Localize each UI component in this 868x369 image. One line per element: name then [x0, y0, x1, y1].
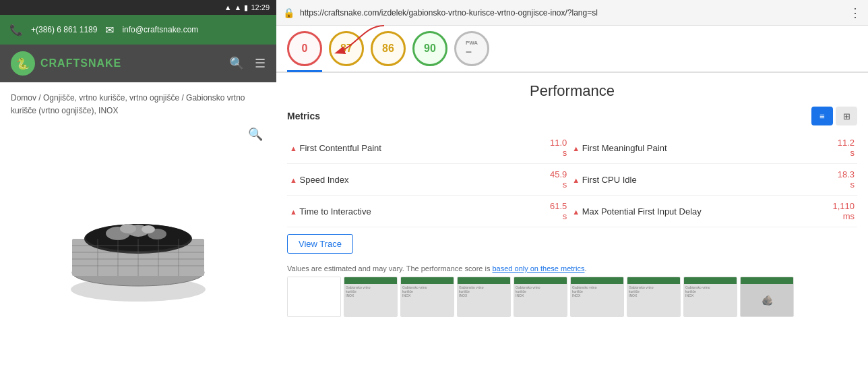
score-pwa-label: PWA –	[466, 40, 478, 58]
warn-icon-fci: ▲	[572, 176, 580, 184]
metric-value-fmp: 11.2 s	[830, 132, 857, 164]
breadcrumb: Domov / Ognjišče, vrtno kurišče, vrtno o…	[0, 82, 276, 121]
content-area: Performance Metrics ≡ ⊞ ▲ First Contentf…	[276, 73, 868, 369]
zoom-icon[interactable]: 🔍	[248, 127, 263, 142]
lock-icon: 🔒	[283, 7, 294, 18]
metrics-label: Metrics	[287, 111, 320, 121]
thumb-content: Gabionsko vrtnokuriščeINOX	[684, 284, 737, 316]
thumb-bar	[684, 277, 737, 284]
metric-name-fcp: First Contentful Paint	[300, 143, 381, 153]
score-accessibility-value: 87	[340, 42, 352, 55]
screenshot-thumb: Gabionsko vrtnokuriščeINOX	[683, 277, 737, 317]
metric-name-fmp: First Meaningful Paint	[582, 143, 667, 153]
thumb-bar	[627, 277, 680, 284]
metric-value-mpfid: 1,110 ms	[830, 196, 857, 227]
browser-bar: 🔒 https://craftsnake.com/izdelek/gabions…	[276, 0, 868, 26]
thumb-content: Gabionsko vrtnokuriščeINOX	[344, 284, 397, 316]
breadcrumb-text: Domov / Ognjišče, vrtno kurišče, vrtno o…	[11, 93, 245, 115]
product-svg	[57, 185, 219, 306]
thumb-content: Gabionsko vrtnokuriščeINOX	[458, 284, 510, 316]
thumb-content	[288, 277, 340, 316]
metric-name-tti: Time to Interactive	[299, 206, 371, 217]
time-display: 12:29	[251, 3, 270, 11]
product-image-area: 🔍	[0, 121, 276, 369]
warn-icon-mpfid: ▲	[572, 208, 580, 216]
table-row: ▲ Speed Index 45.9 s ▲ First CPU Idle 18…	[287, 164, 857, 196]
score-seo-value: 90	[424, 42, 436, 55]
svg-point-9	[120, 224, 136, 233]
logo-part1: CRAFT	[40, 57, 80, 69]
logo-icon: 🐍	[11, 51, 35, 76]
footer-text-before: Values are estimated and may vary. The p…	[287, 264, 492, 273]
warn-icon-si: ▲	[290, 176, 297, 184]
snake-icon: 🐍	[16, 57, 30, 70]
logo-area: 🐍 CRAFTSNAKE	[11, 51, 121, 76]
wifi-icon: ▲	[235, 3, 242, 11]
metric-value-tti: 61.5 s	[547, 196, 569, 227]
table-row: ▲ First Contentful Paint 11.0 s ▲ First …	[287, 132, 857, 164]
toggle-grid-view[interactable]: ⊞	[836, 107, 857, 125]
metrics-table: ▲ First Contentful Paint 11.0 s ▲ First …	[287, 132, 857, 227]
metric-name-fci: First CPU Idle	[582, 175, 637, 185]
nav-bar: 📞 +(386) 6 861 1189 ✉ info@craftsnake.co…	[0, 15, 276, 45]
score-pwa[interactable]: PWA –	[454, 31, 489, 66]
left-panel: ▲ ▲ ▮ 12:29 📞 +(386) 6 861 1189 ✉ info@c…	[0, 0, 276, 369]
screenshot-thumb: Gabionsko vrtnokuriščeINOX	[570, 277, 624, 317]
thumb-bar	[514, 277, 567, 284]
warn-icon-fcp: ▲	[290, 144, 297, 152]
thumb-bar	[458, 277, 510, 284]
logo-part2: SNAKE	[80, 57, 121, 69]
signal-icon: ▲	[224, 3, 232, 11]
toggle-list-view[interactable]: ≡	[811, 107, 833, 125]
warn-icon-tti: ▲	[290, 208, 297, 216]
metric-name-mpfid: Max Potential First Input Delay	[582, 206, 702, 217]
metric-value-fci: 18.3 s	[830, 164, 857, 196]
battery-icon: ▮	[244, 3, 248, 12]
section-title: Performance	[287, 73, 857, 107]
phone-number: +(386) 6 861 1189	[31, 25, 97, 34]
thumb-bar	[401, 277, 454, 284]
thumb-bar	[741, 277, 793, 284]
metrics-header: Metrics ≡ ⊞	[287, 107, 857, 125]
screenshots-strip: Gabionsko vrtnokuriščeINOX Gabionsko vrt…	[287, 277, 857, 317]
thumb-content: Gabionsko vrtnokuriščeINOX	[627, 284, 680, 316]
metric-value-si: 45.9 s	[547, 164, 569, 196]
thumb-content: 🪨	[741, 284, 793, 316]
footer-text-end: .	[584, 264, 586, 273]
email-icon: ✉	[105, 24, 114, 36]
url-bar: https://craftsnake.com/izdelek/gabionsko…	[300, 8, 844, 18]
view-toggle: ≡ ⊞	[811, 107, 857, 125]
screenshot-thumb: Gabionsko vrtnokuriščeINOX	[457, 277, 511, 317]
view-trace-button[interactable]: View Trace	[287, 234, 353, 254]
email-address: info@craftsnake.com	[122, 25, 198, 34]
header-icons: 🔍 ☰	[229, 56, 266, 71]
menu-icon[interactable]: ☰	[255, 56, 266, 71]
logo-text: CRAFTSNAKE	[40, 57, 121, 69]
phone-icon: 📞	[9, 24, 23, 36]
thumb-content: Gabionsko vrtnokuriščeINOX	[514, 284, 567, 316]
more-options-icon[interactable]: ⋮	[849, 5, 861, 20]
product-image	[51, 178, 226, 313]
score-performance[interactable]: 0	[287, 31, 322, 66]
score-best-practices[interactable]: 86	[371, 31, 406, 66]
screenshot-thumb: 🪨	[740, 277, 794, 317]
screenshot-thumb: Gabionsko vrtnokuriščeINOX	[344, 277, 398, 317]
right-panel: 🔒 https://craftsnake.com/izdelek/gabions…	[276, 0, 868, 369]
metric-name-si: Speed Index	[300, 175, 349, 185]
score-best-practices-value: 86	[382, 42, 394, 55]
table-row: ▲ Time to Interactive 61.5 s ▲ Max Poten…	[287, 196, 857, 227]
site-header: 🐍 CRAFTSNAKE 🔍 ☰	[0, 45, 276, 82]
score-seo[interactable]: 90	[412, 31, 447, 66]
svg-point-10	[142, 225, 155, 233]
score-accessibility[interactable]: 87	[329, 31, 364, 66]
thumb-content: Gabionsko vrtnokuriščeINOX	[571, 284, 623, 316]
screenshot-thumb	[287, 277, 341, 317]
footer-link[interactable]: based only on these metrics	[492, 264, 584, 273]
status-bar-icons: ▲ ▲ ▮ 12:29	[224, 3, 270, 12]
screenshot-thumb: Gabionsko vrtnokuriščeINOX	[400, 277, 454, 317]
score-performance-value: 0	[302, 42, 308, 55]
status-bar: ▲ ▲ ▮ 12:29	[0, 0, 276, 15]
thumb-bar	[344, 277, 397, 284]
screenshot-thumb: Gabionsko vrtnokuriščeINOX	[514, 277, 567, 317]
search-header-icon[interactable]: 🔍	[229, 56, 244, 71]
